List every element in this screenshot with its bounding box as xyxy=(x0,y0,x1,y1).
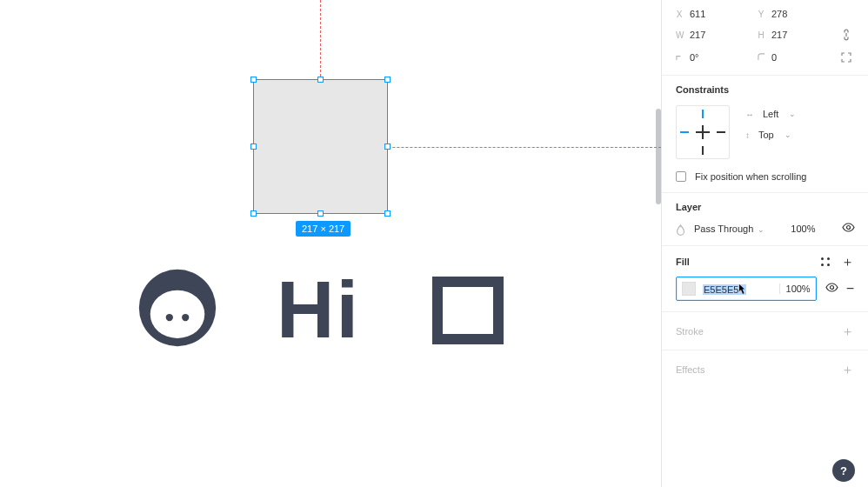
blend-mode-icon xyxy=(676,224,685,234)
blend-mode-select[interactable]: Pass Through ⌄ xyxy=(694,223,765,234)
section-effects: Effects ＋ xyxy=(662,350,868,388)
style-picker-icon[interactable] xyxy=(820,257,831,267)
constraint-horizontal-select[interactable]: ↔Left⌄ xyxy=(745,109,796,119)
avatar-icon[interactable] xyxy=(137,268,217,348)
section-fill: Fill ＋ E5E5E5 100% − xyxy=(662,246,868,312)
prop-h[interactable]: H217 xyxy=(758,30,834,40)
section-transform: X611 Y278 W217 H217 0° 0 xyxy=(662,0,868,76)
resize-handle-tl[interactable] xyxy=(250,77,257,83)
prop-rotation[interactable]: 0° xyxy=(676,52,752,63)
layer-opacity-input[interactable]: 100% xyxy=(791,223,815,234)
fix-position-label: Fix position when scrolling xyxy=(695,171,806,182)
constraint-vertical-select[interactable]: ↕Top⌄ xyxy=(745,130,796,140)
add-effect-icon[interactable]: ＋ xyxy=(841,363,854,376)
stroke-title: Stroke xyxy=(676,326,704,337)
prop-x[interactable]: X611 xyxy=(676,9,752,19)
resize-handle-bl[interactable] xyxy=(250,210,257,217)
scrollbar-vertical[interactable] xyxy=(656,109,661,204)
remove-fill-icon[interactable]: − xyxy=(846,282,854,296)
prop-y[interactable]: Y278 xyxy=(758,9,834,19)
fill-opacity-input: 100% xyxy=(779,284,811,294)
rectangle-outline-layer[interactable] xyxy=(432,277,504,344)
svg-point-2 xyxy=(166,314,173,321)
layer-title: Layer xyxy=(676,202,854,212)
selected-rectangle[interactable] xyxy=(253,79,388,214)
constraints-diagram[interactable] xyxy=(676,105,730,159)
resize-handle-tc[interactable] xyxy=(317,77,324,83)
svg-point-5 xyxy=(830,286,833,290)
help-button[interactable]: ? xyxy=(832,459,855,482)
section-constraints: Constraints ↔Left⌄ ↕Top⌄ Fix position wh… xyxy=(662,76,868,193)
svg-point-3 xyxy=(182,314,189,321)
add-stroke-icon[interactable]: ＋ xyxy=(841,324,854,337)
fill-visibility-icon[interactable] xyxy=(825,283,838,295)
section-stroke: Stroke ＋ xyxy=(662,312,868,350)
resize-handle-ml[interactable] xyxy=(250,143,257,150)
alignment-guide-vertical xyxy=(320,0,321,81)
section-layer: Layer Pass Through ⌄ 100% xyxy=(662,193,868,246)
resize-handle-tr[interactable] xyxy=(384,77,391,83)
link-dimensions-icon[interactable] xyxy=(839,28,853,42)
add-fill-icon[interactable]: ＋ xyxy=(841,255,854,268)
svg-point-1 xyxy=(150,290,205,338)
effects-title: Effects xyxy=(676,364,704,375)
dimension-badge: 217 × 217 xyxy=(296,221,351,237)
expand-corner-icon[interactable] xyxy=(839,50,853,64)
prop-corner-radius[interactable]: 0 xyxy=(758,52,834,63)
svg-point-4 xyxy=(846,226,850,230)
fix-position-checkbox[interactable] xyxy=(676,171,686,182)
layer-visibility-icon[interactable] xyxy=(842,223,854,235)
resize-handle-mr[interactable] xyxy=(384,143,391,150)
prop-w[interactable]: W217 xyxy=(676,30,752,40)
resize-handle-br[interactable] xyxy=(384,210,391,217)
text-layer-hi[interactable]: Hi xyxy=(277,264,360,356)
properties-panel: X611 Y278 W217 H217 0° 0 Constraints ↔Le… xyxy=(661,0,868,487)
fill-title: Fill xyxy=(676,257,690,267)
fill-hex-value: E5E5E5 xyxy=(703,284,746,295)
fill-color-input[interactable]: E5E5E5 100% xyxy=(676,277,817,301)
design-canvas[interactable]: 217 × 217 Hi xyxy=(0,0,661,487)
fill-swatch[interactable] xyxy=(682,282,696,296)
constraints-title: Constraints xyxy=(676,84,854,95)
resize-handle-bc[interactable] xyxy=(317,210,324,217)
